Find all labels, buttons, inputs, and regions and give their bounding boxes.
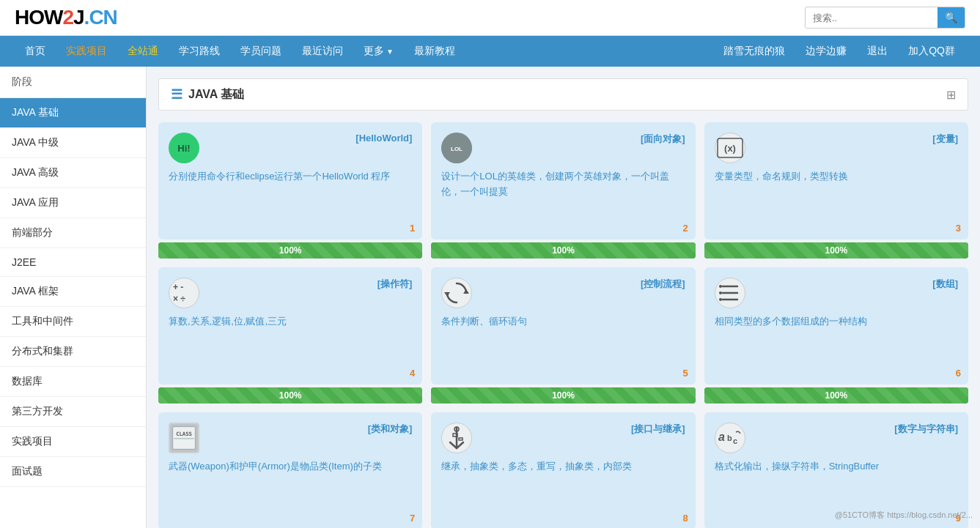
sidebar-item-j2ee[interactable]: J2EE — [0, 248, 146, 277]
nav-earn[interactable]: 边学边赚 — [795, 36, 857, 67]
svg-text:×  ÷: × ÷ — [173, 294, 185, 304]
sidebar-item-tools[interactable]: 工具和中间件 — [0, 307, 146, 337]
progress-text-2: 100% — [552, 245, 575, 256]
svg-rect-22 — [459, 438, 463, 440]
card-tag-9: [数字与字符串] — [894, 423, 958, 436]
card-icon-hi: Hi! — [169, 133, 199, 163]
card-number-8: 8 — [682, 513, 688, 524]
card-tag-7: [类和对象] — [368, 423, 413, 436]
card-number-1: 1 — [410, 223, 415, 234]
card-tag-3: [变量] — [932, 133, 958, 146]
nav-practice[interactable]: 实践项目 — [56, 36, 117, 67]
progress-bar-4: 100% — [158, 387, 422, 404]
card-desc-1[interactable]: 分别使用命令行和eclipse运行第一个HelloWorld 程序 — [169, 169, 412, 229]
card-1: Hi! [HelloWorld] 分别使用命令行和eclipse运行第一个Hel… — [158, 122, 422, 259]
card-4: + - × ÷ [操作符] 算数,关系,逻辑,位,赋值,三元 4 100% — [158, 267, 422, 404]
nav-logout[interactable]: 退出 — [857, 36, 898, 67]
nav-qqgroup[interactable]: 加入QQ群 — [898, 36, 965, 67]
card-3: (x) [变量] 变量类型，命名规则，类型转换 3 100% — [704, 122, 968, 259]
watermark: @51CTO博客 https://blog.csdn.net/2... — [835, 510, 973, 521]
card-header-3: (x) [变量] — [715, 133, 958, 163]
sidebar-item-frontend[interactable]: 前端部分 — [0, 218, 146, 248]
svg-rect-15 — [173, 427, 196, 450]
sidebar-item-db[interactable]: 数据库 — [0, 367, 146, 397]
svg-marker-6 — [463, 289, 469, 294]
nav-questions[interactable]: 学员问题 — [230, 36, 292, 67]
sidebar-item-distributed[interactable]: 分布式和集群 — [0, 337, 146, 367]
card-header-2: LOL [面向对象] — [441, 133, 685, 163]
progress-text-4: 100% — [279, 390, 302, 401]
nav-latest[interactable]: 最新教程 — [404, 36, 465, 67]
card-control: [控制流程] 条件判断、循环语句 5 — [431, 267, 695, 384]
search-box: 🔍 — [805, 7, 965, 29]
card-desc-4[interactable]: 算数,关系,逻辑,位,赋值,三元 — [169, 314, 412, 374]
card-number-7: 7 — [410, 513, 415, 524]
card-tag-4: [操作符] — [377, 278, 413, 291]
nav-allpass[interactable]: 全站通 — [117, 36, 169, 67]
card-desc-3[interactable]: 变量类型，命名规则，类型转换 — [715, 169, 958, 229]
card-icon-abc: a b c — [715, 423, 745, 453]
nav-more[interactable]: 更多 ▼ — [353, 36, 404, 67]
card-header-4: + - × ÷ [操作符] — [169, 278, 412, 308]
sidebar-item-java-basics[interactable]: JAVA 基础 — [0, 98, 146, 128]
progress-bar-1: 100% — [158, 242, 422, 259]
card-tag-1: [HelloWorld] — [355, 133, 412, 144]
card-2: LOL [面向对象] 设计一个LOL的英雄类，创建两个英雄对象，一个叫盖伦，一个… — [431, 122, 695, 259]
card-number-3: 3 — [956, 223, 961, 234]
sidebar-item-java-fw[interactable]: JAVA 框架 — [0, 277, 146, 307]
sidebar-item-java-adv[interactable]: JAVA 高级 — [0, 158, 146, 188]
card-desc-7[interactable]: 武器(Weapon)和护甲(Armor)是物品类(Item)的子类 — [169, 459, 412, 519]
card-header-9: a b c [数字与字符串] — [715, 423, 958, 453]
card-header-1: Hi! [HelloWorld] — [169, 133, 412, 163]
card-array: [数组] 相同类型的多个数据组成的一种结构 6 — [704, 267, 968, 384]
card-8: [接口与继承] 继承，抽象类，多态，重写，抽象类，内部类 8 100% — [431, 412, 695, 528]
svg-text:+  -: + - — [173, 282, 183, 292]
card-oop: LOL [面向对象] 设计一个LOL的英雄类，创建两个英雄对象，一个叫盖伦，一个… — [431, 122, 695, 239]
progress-bar-6: 100% — [704, 387, 968, 404]
nav-home[interactable]: 首页 — [15, 36, 56, 67]
progress-bar-5: 100% — [431, 387, 695, 404]
card-5: [控制流程] 条件判断、循环语句 5 100% — [431, 267, 695, 404]
card-variable: (x) [变量] 变量类型，命名规则，类型转换 3 — [704, 122, 968, 239]
nav-recent[interactable]: 最近访问 — [292, 36, 353, 67]
card-tag-2: [面向对象] — [641, 133, 685, 146]
card-icon-var: (x) — [715, 133, 745, 163]
card-number-5: 5 — [682, 368, 688, 379]
logo-cn: CN — [89, 6, 117, 29]
navigation: 首页 实践项目 全站通 学习路线 学员问题 最近访问 更多 ▼ 最新教程 踏雪无… — [0, 36, 980, 67]
card-operator: + - × ÷ [操作符] 算数,关系,逻辑,位,赋值,三元 4 — [158, 267, 422, 384]
sidebar-item-java-mid[interactable]: JAVA 中级 — [0, 128, 146, 158]
progress-bar-2: 100% — [431, 242, 695, 259]
logo-j: J — [73, 6, 84, 29]
svg-text:a: a — [718, 431, 725, 443]
sidebar-item-java-app[interactable]: JAVA 应用 — [0, 188, 146, 218]
card-header-8: [接口与继承] — [441, 423, 685, 453]
sidebar-item-interview[interactable]: 面试题 — [0, 457, 146, 487]
card-7: CLASS [类和对象] 武器(Weapon)和护甲(Armor)是物品类(It… — [158, 412, 422, 528]
card-6: [数组] 相同类型的多个数据组成的一种结构 6 100% — [704, 267, 968, 404]
search-button[interactable]: 🔍 — [937, 7, 965, 28]
nav-roadmap[interactable]: 学习路线 — [169, 36, 230, 67]
logo[interactable]: HOW2J.CN — [15, 6, 117, 29]
sidebar-item-thirdparty[interactable]: 第三方开发 — [0, 397, 146, 427]
card-desc-5[interactable]: 条件判断、循环语句 — [441, 314, 685, 374]
section-title: ☰ JAVA 基础 — [171, 86, 244, 103]
sidebar-title: 阶段 — [0, 67, 146, 98]
expand-icon[interactable]: ⊞ — [946, 88, 956, 102]
nav-left: 首页 实践项目 全站通 学习路线 学员问题 最近访问 更多 ▼ 最新教程 — [15, 36, 465, 67]
svg-line-19 — [450, 442, 457, 448]
svg-text:c: c — [733, 436, 737, 445]
logo-2: 2 — [62, 6, 73, 29]
section-header: ☰ JAVA 基础 ⊞ — [158, 78, 968, 111]
card-header-5: [控制流程] — [441, 278, 685, 308]
card-desc-6[interactable]: 相同类型的多个数据组成的一种结构 — [715, 314, 958, 374]
progress-text-5: 100% — [552, 390, 575, 401]
search-input[interactable] — [806, 8, 937, 28]
sidebar-item-practice[interactable]: 实践项目 — [0, 427, 146, 457]
card-icon-op: + - × ÷ — [169, 278, 199, 308]
card-desc-2[interactable]: 设计一个LOL的英雄类，创建两个英雄对象，一个叫盖伦，一个叫提莫 — [441, 169, 685, 229]
card-desc-8[interactable]: 继承，抽象类，多态，重写，抽象类，内部类 — [441, 459, 685, 519]
header: HOW2J.CN 🔍 — [0, 0, 980, 36]
card-number-2: 2 — [682, 223, 688, 234]
nav-user[interactable]: 踏雪无痕的狼 — [713, 36, 795, 67]
